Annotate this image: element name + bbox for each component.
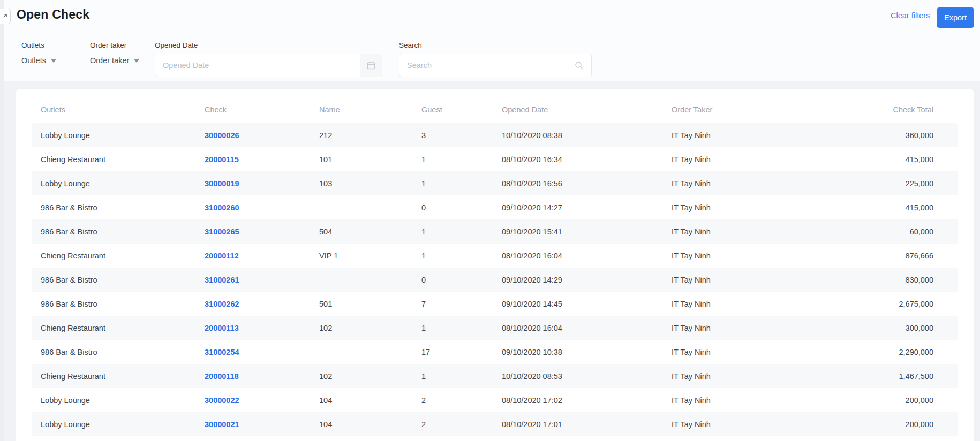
cell-check-total: 830,000	[803, 268, 958, 292]
calendar-icon	[367, 61, 375, 70]
cell-check-total: 415,000	[803, 195, 958, 219]
cell-outlet: Chieng Restaurant	[32, 147, 196, 171]
col-header-outlets: Outlets	[32, 96, 196, 123]
cell-guest: 1	[413, 219, 493, 244]
cell-order-taker: IT Tay Ninh	[663, 292, 803, 316]
check-number-link[interactable]: 31000254	[205, 348, 239, 356]
cell-outlet: Lobby Lounge	[32, 171, 196, 195]
search-input[interactable]	[399, 61, 575, 70]
cell-name: 504	[311, 219, 413, 244]
table-row: 986 Bar & Bistro 31000262 501 7 09/10/20…	[32, 292, 958, 316]
cell-guest: 17	[413, 340, 493, 364]
cell-order-taker: IT Tay Ninh	[663, 340, 803, 364]
search-filter-label: Search	[399, 41, 422, 49]
cell-check-total: 200,000	[803, 412, 958, 436]
check-number-link[interactable]: 31000262	[205, 300, 239, 308]
order-taker-dropdown[interactable]: Order taker	[90, 56, 139, 65]
cell-check: 31000261	[196, 268, 311, 292]
cell-check-total: 2,290,000	[803, 340, 958, 364]
cell-name	[311, 268, 413, 292]
open-check-table: Outlets Check Name Guest Opened Date Ord…	[32, 96, 958, 436]
cell-order-taker: IT Tay Ninh	[663, 123, 803, 147]
table-row: 986 Bar & Bistro 31000265 504 1 09/10/20…	[32, 219, 958, 244]
cell-name	[311, 340, 413, 364]
cell-order-taker: IT Tay Ninh	[663, 364, 803, 388]
cell-name: 102	[311, 316, 413, 340]
cell-check-total: 300,000	[803, 316, 958, 340]
search-icon	[575, 61, 591, 70]
cell-opened-date: 08/10/2020 17:02	[493, 388, 663, 412]
cell-order-taker: IT Tay Ninh	[663, 219, 803, 244]
cell-name	[311, 195, 413, 219]
cell-name: 501	[311, 292, 413, 316]
col-header-check: Check	[196, 96, 311, 123]
cell-name: 212	[311, 123, 413, 147]
cell-outlet: Chieng Restaurant	[32, 244, 196, 268]
cell-check-total: 360,000	[803, 123, 958, 147]
cell-check: 30000026	[196, 123, 311, 147]
cell-outlet: 986 Bar & Bistro	[32, 219, 196, 244]
table-header-row: Outlets Check Name Guest Opened Date Ord…	[32, 96, 958, 123]
order-taker-filter-label: Order taker	[90, 41, 126, 49]
cell-outlet: Lobby Lounge	[32, 123, 196, 147]
calendar-button[interactable]	[360, 54, 382, 77]
cell-order-taker: IT Tay Ninh	[663, 195, 803, 219]
check-number-link[interactable]: 20000115	[205, 155, 239, 164]
check-number-link[interactable]: 31000260	[205, 203, 239, 212]
cell-outlet: Chieng Restaurant	[32, 364, 196, 388]
cell-check-total: 60,000	[803, 219, 958, 244]
cell-check-total: 876,666	[803, 244, 958, 268]
table-row: Lobby Lounge 30000022 104 2 08/10/2020 1…	[32, 388, 958, 412]
table-row: Lobby Lounge 30000026 212 3 10/10/2020 0…	[32, 123, 958, 147]
check-number-link[interactable]: 20000113	[205, 324, 239, 332]
cell-guest: 7	[413, 292, 493, 316]
cell-opened-date: 09/10/2020 14:29	[493, 268, 663, 292]
clear-filters-link[interactable]: Clear filters	[891, 11, 930, 20]
cell-order-taker: IT Tay Ninh	[663, 244, 803, 268]
external-link-icon	[2, 13, 7, 19]
check-number-link[interactable]: 20000112	[205, 252, 239, 260]
col-header-order-taker: Order Taker	[663, 96, 803, 123]
cell-check-total: 415,000	[803, 147, 958, 171]
opened-date-input[interactable]	[155, 54, 360, 77]
cell-name: VIP 1	[311, 244, 413, 268]
check-number-link[interactable]: 30000019	[205, 179, 239, 188]
check-number-link[interactable]: 30000026	[205, 131, 239, 140]
cell-guest: 0	[413, 195, 493, 219]
col-header-guest: Guest	[413, 96, 493, 123]
cell-guest: 0	[413, 268, 493, 292]
check-number-link[interactable]: 31000265	[205, 227, 239, 236]
order-taker-dropdown-value: Order taker	[90, 56, 129, 65]
check-number-link[interactable]: 20000118	[205, 372, 239, 381]
cell-check: 31000260	[196, 195, 311, 219]
cell-order-taker: IT Tay Ninh	[663, 316, 803, 340]
cell-check: 30000022	[196, 388, 311, 412]
cell-check-total: 2,675,000	[803, 292, 958, 316]
check-number-link[interactable]: 31000261	[205, 276, 239, 284]
cell-outlet: 986 Bar & Bistro	[32, 292, 196, 316]
collapse-sidebar-button[interactable]	[0, 9, 11, 24]
outlets-dropdown[interactable]: Outlets	[21, 56, 56, 65]
table-row: Lobby Lounge 30000019 103 1 08/10/2020 1…	[32, 171, 958, 195]
cell-order-taker: IT Tay Ninh	[663, 171, 803, 195]
cell-opened-date: 08/10/2020 17:01	[493, 412, 663, 436]
cell-opened-date: 10/10/2020 08:53	[493, 364, 663, 388]
table-row: 986 Bar & Bistro 31000260 0 09/10/2020 1…	[32, 195, 958, 219]
cell-opened-date: 09/10/2020 14:27	[493, 195, 663, 219]
check-number-link[interactable]: 30000022	[205, 396, 239, 405]
cell-check: 31000254	[196, 340, 311, 364]
check-number-link[interactable]: 30000021	[205, 420, 239, 429]
cell-name: 101	[311, 147, 413, 171]
cell-outlet: 986 Bar & Bistro	[32, 195, 196, 219]
cell-opened-date: 09/10/2020 14:45	[493, 292, 663, 316]
cell-name: 104	[311, 388, 413, 412]
cell-guest: 2	[413, 412, 493, 436]
open-check-table-card: Outlets Check Name Guest Opened Date Ord…	[16, 89, 974, 441]
export-button[interactable]: Export	[937, 7, 974, 28]
table-row: 986 Bar & Bistro 31000254 17 09/10/2020 …	[32, 340, 958, 364]
cell-order-taker: IT Tay Ninh	[663, 147, 803, 171]
col-header-opened-date: Opened Date	[493, 96, 663, 123]
page-left-edge	[0, 0, 4, 441]
cell-check: 20000115	[196, 147, 311, 171]
outlets-filter-label: Outlets	[21, 41, 44, 49]
